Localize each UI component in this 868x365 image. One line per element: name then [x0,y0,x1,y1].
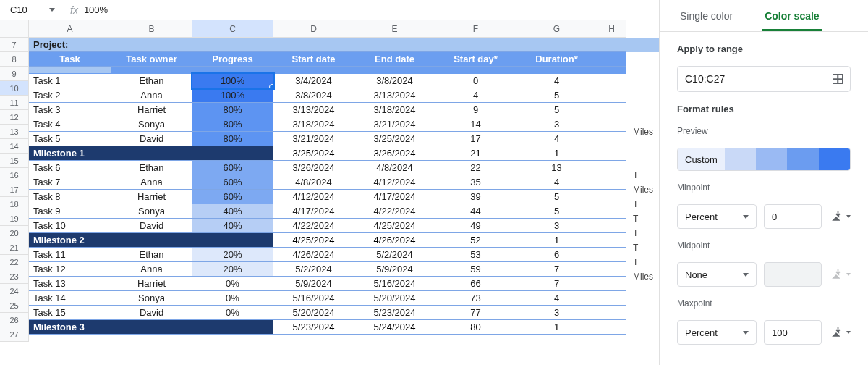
row-header-15[interactable]: 15 [0,154,29,168]
task-progress[interactable]: 20% [192,262,273,277]
cell[interactable] [516,67,597,74]
task-duration[interactable]: 6 [516,248,597,262]
task-end[interactable]: 3/21/2024 [354,117,435,132]
row-header-21[interactable]: 21 [0,240,29,255]
task-progress[interactable]: 100% [192,88,273,103]
column-header-E[interactable]: E [354,20,435,38]
row-header-14[interactable]: 14 [0,139,29,154]
minpoint-type-select[interactable]: Percent [677,204,757,229]
task-duration[interactable]: 5 [516,88,597,103]
task-duration[interactable]: 3 [516,117,597,132]
cell-start[interactable]: 4/25/2024 [273,233,354,248]
task-end[interactable]: 5/2/2024 [354,248,435,262]
cell[interactable] [435,38,516,52]
task-startday[interactable]: 66 [435,277,516,291]
task-duration[interactable]: 4 [516,132,597,146]
task-owner[interactable]: Ethan [111,74,192,88]
cell[interactable] [597,291,626,306]
task-duration[interactable]: 5 [516,204,597,219]
cell-end[interactable]: 4/26/2024 [354,233,435,248]
task-name[interactable]: Task 10 [29,219,111,233]
cell[interactable] [597,67,626,74]
cell[interactable] [597,132,626,146]
task-end[interactable]: 4/17/2024 [354,190,435,204]
task-startday[interactable]: 4 [435,88,516,103]
task-end[interactable]: 4/8/2024 [354,161,435,175]
task-end[interactable]: 4/12/2024 [354,175,435,190]
name-box[interactable]: C10 [6,3,58,17]
cell[interactable] [597,190,626,204]
task-start[interactable]: 3/13/2024 [273,103,354,117]
column-header-B[interactable]: B [111,20,192,38]
cell-end[interactable]: 3/26/2024 [354,146,435,161]
task-startday[interactable]: 17 [435,132,516,146]
row-header-26[interactable]: 26 [0,313,29,327]
task-start[interactable]: 4/8/2024 [273,175,354,190]
header-start[interactable]: Start date [273,52,354,67]
cell-duration[interactable]: 1 [516,320,597,335]
maxpoint-value-input[interactable]: 100 [764,320,822,345]
column-header-H[interactable]: H [597,20,626,38]
header-progress[interactable]: Progress [192,52,273,67]
task-progress[interactable]: 20% [192,248,273,262]
apply-range-input[interactable]: C10:C27 [677,66,851,92]
cell[interactable] [192,146,273,161]
row-header-22[interactable]: 22 [0,255,29,269]
tab-single-color[interactable]: Single color [677,3,736,31]
cell[interactable] [516,38,597,52]
task-owner[interactable]: David [111,306,192,320]
cell-startday[interactable]: 21 [435,146,516,161]
task-startday[interactable]: 53 [435,248,516,262]
task-duration[interactable]: 4 [516,291,597,306]
column-header-C[interactable]: C [192,20,273,38]
task-startday[interactable]: 14 [435,117,516,132]
row-header-16[interactable]: 16 [0,168,29,182]
task-name[interactable]: Task 4 [29,117,111,132]
task-startday[interactable]: 0 [435,74,516,88]
project-label[interactable]: Project: [29,38,111,52]
task-start[interactable]: 4/22/2024 [273,219,354,233]
spreadsheet-grid[interactable]: 789101112131415161718192021222324252627 … [0,20,659,365]
cell[interactable] [597,306,626,320]
task-startday[interactable]: 39 [435,190,516,204]
task-duration[interactable]: 3 [516,219,597,233]
cell[interactable] [597,262,626,277]
row-header-25[interactable]: 25 [0,298,29,313]
select-range-icon[interactable] [833,74,843,84]
task-progress[interactable]: 60% [192,175,273,190]
cell[interactable] [597,248,626,262]
row-header-7[interactable]: 7 [0,38,29,52]
task-progress[interactable]: 80% [192,117,273,132]
cell[interactable] [192,320,273,335]
task-end[interactable]: 5/9/2024 [354,262,435,277]
task-start[interactable]: 5/20/2024 [273,306,354,320]
cell-startday[interactable]: 52 [435,233,516,248]
row-header-23[interactable]: 23 [0,269,29,284]
task-owner[interactable]: Ethan [111,248,192,262]
cell[interactable] [597,161,626,175]
cell[interactable] [597,146,626,161]
task-startday[interactable]: 59 [435,262,516,277]
task-duration[interactable]: 4 [516,175,597,190]
task-start[interactable]: 4/17/2024 [273,204,354,219]
task-name[interactable]: Task 11 [29,248,111,262]
task-name[interactable]: Task 5 [29,132,111,146]
task-startday[interactable]: 35 [435,175,516,190]
task-startday[interactable]: 44 [435,204,516,219]
task-progress[interactable]: 60% [192,161,273,175]
task-start[interactable]: 4/12/2024 [273,190,354,204]
task-name[interactable]: Task 7 [29,175,111,190]
cell[interactable] [111,146,192,161]
task-duration[interactable]: 7 [516,262,597,277]
cell[interactable] [192,38,273,52]
task-start[interactable]: 3/8/2024 [273,88,354,103]
cell[interactable] [29,67,111,74]
cell[interactable] [597,175,626,190]
cell[interactable] [354,67,435,74]
task-duration[interactable]: 13 [516,161,597,175]
task-owner[interactable]: Harriet [111,190,192,204]
cell[interactable] [111,38,192,52]
task-progress[interactable]: 40% [192,219,273,233]
column-header-G[interactable]: G [516,20,597,38]
cell[interactable] [597,204,626,219]
